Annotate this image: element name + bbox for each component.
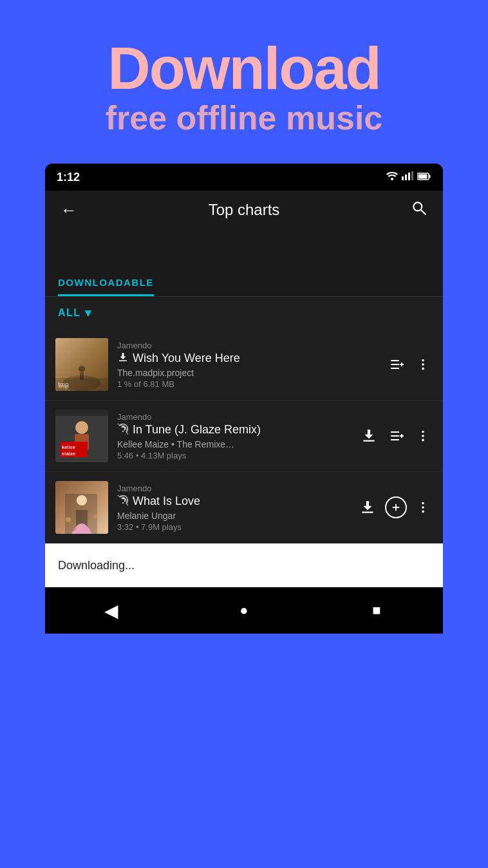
song-3-info: Jamendo What Is Love Melanie Ungar 3:32 … <box>117 484 352 532</box>
svg-point-40 <box>422 431 424 433</box>
song-3-meta: 3:32 • 7.9M plays <box>117 522 352 532</box>
song-1-source: Jamendo <box>117 341 381 350</box>
download-in-progress-icon <box>117 352 129 366</box>
song-1-info: Jamendo Wish You Were Here The.madpix.pr… <box>117 341 381 389</box>
download-button-3[interactable] <box>357 496 379 518</box>
chevron-down-icon: ▾ <box>85 306 92 320</box>
svg-point-33 <box>122 431 124 432</box>
hero-subtitle: free offline music <box>26 98 462 138</box>
svg-point-25 <box>422 368 424 370</box>
svg-point-54 <box>422 502 424 505</box>
phone-frame: 1:12 <box>45 164 443 634</box>
svg-rect-17 <box>119 360 127 361</box>
song-2-info: Jamendo In Tune (J. Glaze Remix) Kellee … <box>117 412 353 460</box>
song-item: tmp Jamendo Wish You Were Here The.madpi… <box>45 329 443 401</box>
svg-text:tmp: tmp <box>59 383 69 390</box>
nav-back-button[interactable]: ◀ <box>93 592 129 628</box>
svg-point-41 <box>422 435 424 438</box>
svg-rect-32 <box>55 410 108 416</box>
status-time: 1:12 <box>57 171 80 184</box>
svg-rect-7 <box>418 175 427 179</box>
song-2-meta: 5:46 • 4.13M plays <box>117 451 353 460</box>
svg-rect-34 <box>363 440 374 442</box>
song-3-source: Jamendo <box>117 484 352 493</box>
song-1-meta: 1 % of 6.81 MB <box>117 379 381 389</box>
album-art-2: kellee maize <box>55 410 108 462</box>
wifi-icon <box>386 171 398 183</box>
svg-point-49 <box>73 527 77 531</box>
svg-point-47 <box>66 517 71 522</box>
song-2-artist: Kellee Maize • The Remixe… <box>117 439 353 449</box>
hero-title: Download <box>26 39 462 98</box>
svg-rect-2 <box>405 175 407 180</box>
svg-rect-6 <box>429 175 431 178</box>
album-art-3 <box>55 481 108 534</box>
add-circle-button-3[interactable] <box>385 496 407 518</box>
svg-rect-51 <box>362 512 373 513</box>
svg-point-23 <box>422 359 424 362</box>
signal-icon <box>402 171 413 183</box>
svg-point-24 <box>422 364 424 366</box>
filter-row: ALL ▾ <box>45 297 443 329</box>
tab-bar: DOWNLOADABLE <box>45 268 443 297</box>
svg-text:kellee: kellee <box>62 444 75 450</box>
svg-rect-4 <box>411 171 413 180</box>
song-2-title-row: In Tune (J. Glaze Remix) <box>117 423 353 437</box>
nav-bar: ◀ ● ■ <box>45 587 443 634</box>
more-options-button-2[interactable] <box>413 426 433 446</box>
app-bar: ← Top charts <box>45 191 443 229</box>
battery-icon <box>417 171 431 183</box>
app-bar-title: Top charts <box>209 201 280 219</box>
song-list: tmp Jamendo Wish You Were Here The.madpi… <box>45 329 443 543</box>
banner-area <box>45 229 443 268</box>
svg-point-48 <box>93 514 97 518</box>
song-1-title: Wish You Were Here <box>133 352 240 365</box>
downloading-label: Downloading... <box>58 559 135 572</box>
album-art-1: tmp <box>55 338 108 391</box>
nav-recents-button[interactable]: ■ <box>359 592 395 628</box>
svg-rect-1 <box>402 176 404 180</box>
streaming-icon-2 <box>117 423 129 437</box>
hero-section: Download free offline music <box>0 0 488 164</box>
svg-line-9 <box>421 210 426 214</box>
svg-point-46 <box>77 495 87 505</box>
svg-point-42 <box>422 439 424 442</box>
more-options-button-3[interactable] <box>413 498 433 517</box>
song-1-actions <box>386 354 433 375</box>
add-to-queue-button-1[interactable] <box>386 354 407 375</box>
filter-label: ALL <box>58 307 81 319</box>
svg-point-56 <box>422 511 424 513</box>
add-to-queue-button-2[interactable] <box>386 426 407 446</box>
song-item: Jamendo What Is Love Melanie Ungar 3:32 … <box>45 472 443 543</box>
svg-text:maize: maize <box>62 451 75 457</box>
back-button[interactable]: ← <box>55 195 82 225</box>
song-2-title: In Tune (J. Glaze Remix) <box>133 423 261 437</box>
song-1-title-row: Wish You Were Here <box>117 352 381 366</box>
more-options-button-1[interactable] <box>413 355 433 374</box>
search-button[interactable] <box>406 194 433 226</box>
status-icons <box>386 171 431 183</box>
svg-rect-3 <box>408 173 410 180</box>
song-item: kellee maize Jamendo <box>45 401 443 472</box>
svg-point-27 <box>75 421 88 434</box>
streaming-icon-3 <box>117 495 129 509</box>
song-3-title: What Is Love <box>133 495 200 508</box>
nav-home-button[interactable]: ● <box>226 592 262 628</box>
song-2-source: Jamendo <box>117 412 353 422</box>
status-bar: 1:12 <box>45 164 443 191</box>
song-3-title-row: What Is Love <box>117 495 352 509</box>
downloading-bar: Downloading... <box>45 543 443 587</box>
filter-all-button[interactable]: ALL ▾ <box>58 306 91 320</box>
svg-point-13 <box>79 366 85 372</box>
svg-point-50 <box>122 502 124 504</box>
song-3-artist: Melanie Ungar <box>117 511 352 521</box>
tab-downloadable[interactable]: DOWNLOADABLE <box>58 268 154 296</box>
song-3-actions <box>357 496 433 518</box>
svg-point-0 <box>391 178 393 180</box>
download-button-2[interactable] <box>358 425 380 447</box>
song-1-artist: The.madpix.project <box>117 368 381 378</box>
svg-point-55 <box>422 507 424 509</box>
song-2-actions <box>358 425 433 447</box>
